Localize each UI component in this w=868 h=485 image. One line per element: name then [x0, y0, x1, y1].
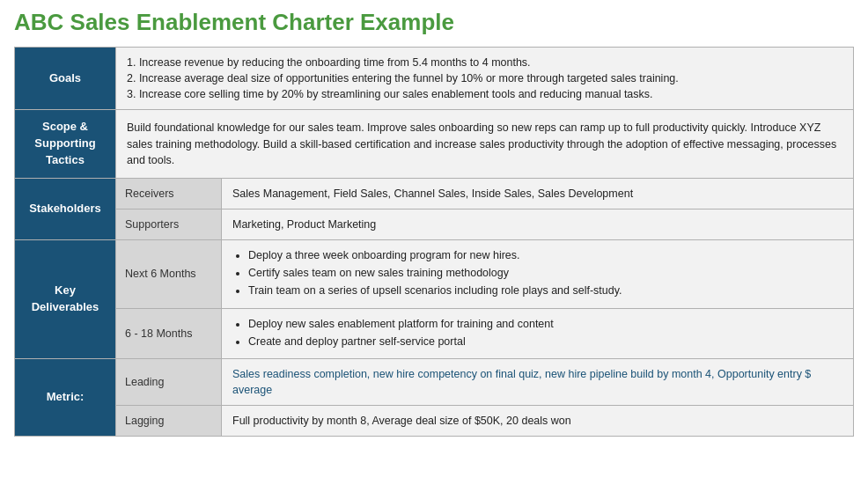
next6-item-2: Certify sales team on new sales training… [248, 265, 842, 281]
stakeholders-header: Stakeholders [15, 178, 116, 239]
metric-leading-row: Metric: Leading Sales readiness completi… [15, 358, 854, 405]
scope-row: Scope & Supporting Tactics Build foundat… [15, 110, 854, 179]
charter-table: Goals 1. Increase revenue by reducing th… [14, 47, 854, 437]
page-title: ABC Sales Enablement Charter Example [14, 9, 854, 36]
goals-item-1: 1. Increase revenue by reducing the onbo… [127, 55, 842, 70]
lagging-label: Lagging [116, 406, 222, 437]
next6-list: Deploy a three week onboarding program f… [232, 247, 842, 298]
goals-item-2: 2. Increase average deal size of opportu… [127, 70, 842, 86]
next6-label: Next 6 Months [116, 240, 222, 308]
supporters-content: Marketing, Product Marketing [222, 209, 854, 240]
stakeholders-supporters-row: Supporters Marketing, Product Marketing [15, 209, 854, 240]
618-content: Deploy new sales enablement platform for… [222, 308, 854, 358]
receivers-content: Sales Management, Field Sales, Channel S… [222, 178, 854, 209]
goals-row: Goals 1. Increase revenue by reducing th… [15, 48, 854, 110]
receivers-label: Receivers [116, 178, 222, 209]
supporters-label: Supporters [116, 209, 222, 240]
metric-lagging-row: Lagging Full productivity by month 8, Av… [15, 406, 854, 437]
lagging-content: Full productivity by month 8, Average de… [222, 406, 854, 437]
leading-content: Sales readiness completion, new hire com… [222, 358, 854, 405]
metric-header: Metric: [15, 358, 116, 436]
deliverables-next6-row: Key Deliverables Next 6 Months Deploy a … [15, 240, 854, 308]
leading-label: Leading [116, 358, 222, 405]
goals-content: 1. Increase revenue by reducing the onbo… [116, 48, 854, 110]
deliverables-header: Key Deliverables [15, 240, 116, 359]
618-label: 6 - 18 Months [116, 308, 222, 358]
leading-text: Sales readiness completion, new hire com… [232, 368, 811, 396]
618-item-1: Deploy new sales enablement platform for… [248, 316, 842, 332]
goals-header: Goals [15, 48, 116, 110]
next6-content: Deploy a three week onboarding program f… [222, 240, 854, 308]
goals-item-3: 3. Increase core selling time by 20% by … [127, 86, 842, 102]
next6-item-1: Deploy a three week onboarding program f… [248, 247, 842, 263]
618-item-2: Create and deploy partner self-service p… [248, 334, 842, 349]
618-list: Deploy new sales enablement platform for… [232, 316, 842, 349]
scope-content: Build foundational knowledge for our sal… [116, 110, 854, 179]
deliverables-618-row: 6 - 18 Months Deploy new sales enablemen… [15, 308, 854, 358]
next6-item-3: Train team on a series of upsell scenari… [248, 283, 842, 298]
scope-header: Scope & Supporting Tactics [15, 110, 116, 179]
stakeholders-receivers-row: Stakeholders Receivers Sales Management,… [15, 178, 854, 209]
